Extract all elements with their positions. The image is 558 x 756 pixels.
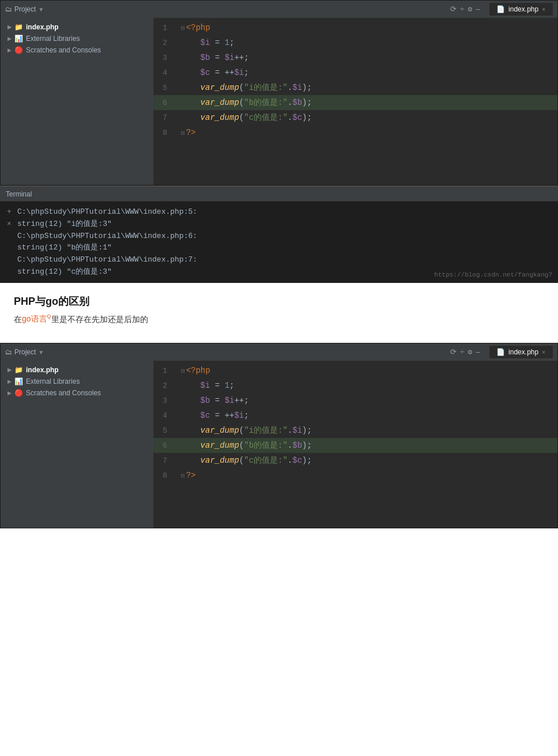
dropdown-arrow-2[interactable]: ▼ xyxy=(38,349,44,356)
line-content-2-7: var_dump("c的值是:".$c); xyxy=(176,455,557,466)
line-content-2-4: $c = ++$i; xyxy=(176,411,557,420)
ide-window-2: 🗂 Project ▼ ⟳ ÷ ⚙ — 📄 index.php × ▶ 📁 in… xyxy=(0,343,558,528)
line-num-2-5: 5 xyxy=(153,426,176,435)
file-icon-3: 📁 xyxy=(14,366,23,374)
code-line-2-7: 7 var_dump("c的值是:".$c); xyxy=(153,453,557,468)
sidebar-item-index-php[interactable]: ▶ 📁 index.php xyxy=(1,21,153,33)
folder-icon-2: 🗂 xyxy=(5,348,12,356)
dropdown-arrow[interactable]: ▼ xyxy=(38,6,44,13)
line-num-2-2: 2 xyxy=(153,381,176,390)
fold-icon-2[interactable]: ⊟ xyxy=(181,130,185,137)
code-editor-2: 1 ⊟<?php 2 $i = 1; 3 $b = $i++; xyxy=(153,361,557,528)
article-text-before: 在 xyxy=(14,314,22,323)
line-content-2-6: var_dump("b的值是:".$b); xyxy=(176,440,557,451)
line-num-2-1: 1 xyxy=(153,366,176,375)
code-line-2-1: 1 ⊟<?php xyxy=(153,363,557,378)
article-text-after: 里是不存在先加还是后加的 xyxy=(51,314,148,323)
terminal-text-5: C:\phpStudy\PHPTutorial\WWW\index.php:7: xyxy=(17,254,197,266)
code-line-6: 6 var_dump("b的值是:".$b); xyxy=(153,95,557,110)
code-line-8: 8 ⊟?> xyxy=(153,125,557,140)
tab-index-php-2[interactable]: 📄 index.php × xyxy=(489,346,553,358)
article-link-go[interactable]: go语言Q xyxy=(22,314,51,323)
project-label-2[interactable]: 🗂 Project ▼ xyxy=(5,348,44,356)
terminal-url[interactable]: https://blog.csdn.net/fangkang7 xyxy=(434,271,552,278)
line-content-2-1: ⊟<?php xyxy=(176,366,557,375)
code-line-3: 3 $b = $i++; xyxy=(153,50,557,65)
line-num-4: 4 xyxy=(153,69,176,77)
terminal-line-4: string(12) "b的值是:1" xyxy=(7,242,551,254)
tab-index-php-1[interactable]: 📄 index.php × xyxy=(489,3,553,16)
scratches-icon: 🔴 xyxy=(14,46,23,54)
line-content-7: var_dump("c的值是:".$c); xyxy=(176,112,557,123)
minimize-icon[interactable]: — xyxy=(476,5,480,14)
arrow-icon-4: ▶ xyxy=(7,367,12,373)
line-num-6: 6 xyxy=(153,99,176,107)
scratches-icon-2: 🔴 xyxy=(14,389,23,397)
line-num-2-8: 8 xyxy=(153,471,176,480)
terminal-text-2: string(12) "i的值是:3" xyxy=(17,218,112,230)
arrow-icon-6: ▶ xyxy=(7,390,12,396)
sidebar-item-ext-libs[interactable]: ▶ 📊 External Libraries xyxy=(1,33,153,44)
tab-close-1[interactable]: × xyxy=(542,6,545,13)
article-paragraph: 在go语言Q里是不存在先加还是后加的 xyxy=(14,314,544,325)
sync-icon-2[interactable]: ⟳ xyxy=(450,347,457,357)
code-line-2-8: 8 ⊟?> xyxy=(153,468,557,483)
code-line-2: 2 $i = 1; xyxy=(153,35,557,50)
line-content-8: ⊟?> xyxy=(176,128,557,137)
sidebar-item-index-php-2[interactable]: ▶ 📁 index.php xyxy=(1,364,153,376)
terminal-line-3: C:\phpStudy\PHPTutorial\WWW\index.php:6: xyxy=(7,230,551,243)
sidebar-item-scratches-2[interactable]: ▶ 🔴 Scratches and Consoles xyxy=(1,387,153,399)
php-file-icon-2: 📄 xyxy=(496,348,505,356)
sidebar-1: ▶ 📁 index.php ▶ 📊 External Libraries ▶ 🔴… xyxy=(1,18,153,185)
code-editor-1: 1 ⊟<?php 2 $i = 1; 3 $b = xyxy=(153,18,557,185)
terminal-line-1: + C:\phpStudy\PHPTutorial\WWW\index.php:… xyxy=(7,206,551,218)
line-content-4: $c = ++$i; xyxy=(176,68,557,77)
split-icon-2[interactable]: ÷ xyxy=(460,348,465,357)
line-num-2-7: 7 xyxy=(153,456,176,465)
fold-icon-4[interactable]: ⊟ xyxy=(181,472,185,479)
terminal-body: + C:\phpStudy\PHPTutorial\WWW\index.php:… xyxy=(0,202,558,283)
minimize-icon-2[interactable]: — xyxy=(476,348,480,357)
code-line-1: 1 ⊟<?php xyxy=(153,20,557,35)
sync-icon[interactable]: ⟳ xyxy=(450,5,457,14)
terminal-line-2: × string(12) "i的值是:3" xyxy=(7,218,551,230)
arrow-icon-3: ▶ xyxy=(7,47,12,53)
php-file-icon: 📄 xyxy=(496,5,505,13)
terminal-text-4: string(12) "b的值是:1" xyxy=(17,242,112,254)
arrow-icon-2: ▶ xyxy=(7,36,12,41)
code-line-2-2: 2 $i = 1; xyxy=(153,378,557,393)
terminal-prefix-4 xyxy=(7,242,15,254)
line-num-2-3: 3 xyxy=(153,396,176,405)
ide-body-1: ▶ 📁 index.php ▶ 📊 External Libraries ▶ 🔴… xyxy=(1,18,557,185)
line-num-3: 3 xyxy=(153,54,176,62)
fold-icon-1[interactable]: ⊟ xyxy=(181,25,185,32)
code-line-2-4: 4 $c = ++$i; xyxy=(153,408,557,423)
line-content-2-5: var_dump("i的值是:".$i); xyxy=(176,425,557,436)
line-num-2-6: 6 xyxy=(153,441,176,450)
line-content-1: ⊟<?php xyxy=(176,23,557,32)
code-lines-1: 1 ⊟<?php 2 $i = 1; 3 $b = xyxy=(153,18,557,142)
title-bar-icons: ⟳ ÷ ⚙ — xyxy=(450,5,480,14)
fold-icon-3[interactable]: ⊟ xyxy=(181,368,185,375)
folder-icon: 🗂 xyxy=(5,5,12,13)
settings-icon[interactable]: ⚙ xyxy=(467,5,472,14)
terminal-prefix-3 xyxy=(7,230,15,243)
line-num-2: 2 xyxy=(153,39,176,47)
line-content-5: var_dump("i的值是:".$i); xyxy=(176,82,557,93)
settings-icon-2[interactable]: ⚙ xyxy=(467,347,472,357)
sidebar-item-ext-libs-2[interactable]: ▶ 📊 External Libraries xyxy=(1,376,153,387)
line-content-2-8: ⊟?> xyxy=(176,471,557,480)
split-icon[interactable]: ÷ xyxy=(460,5,465,14)
project-label[interactable]: 🗂 Project ▼ xyxy=(5,5,44,13)
arrow-icon-5: ▶ xyxy=(7,379,12,384)
terminal-prefix-2: × xyxy=(7,218,15,230)
line-content-2: $i = 1; xyxy=(176,38,557,47)
terminal-text-1: C:\phpStudy\PHPTutorial\WWW\index.php:5: xyxy=(17,206,197,218)
line-num-7: 7 xyxy=(153,114,176,122)
line-content-3: $b = $i++; xyxy=(176,53,557,62)
tab-close-2[interactable]: × xyxy=(542,349,545,356)
title-bar-icons-2: ⟳ ÷ ⚙ — xyxy=(450,347,480,357)
terminal-text-6: string(12) "c的值是:3" xyxy=(17,266,112,278)
sidebar-item-scratches[interactable]: ▶ 🔴 Scratches and Consoles xyxy=(1,44,153,56)
code-line-5: 5 var_dump("i的值是:".$i); xyxy=(153,80,557,95)
